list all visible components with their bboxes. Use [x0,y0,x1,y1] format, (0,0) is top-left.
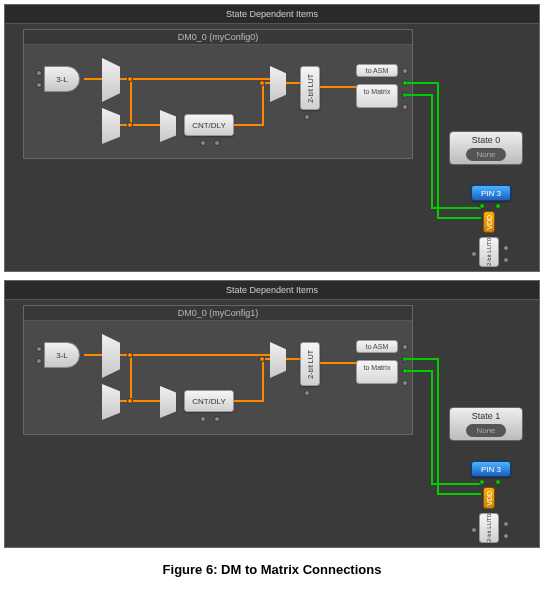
dm-box-0: DM0_0 (myConfig0) 3-L CNT/DLY [23,29,413,159]
mux1-2[interactable] [102,384,120,420]
state-block-0[interactable]: State 0 None [449,131,523,165]
mux1-1[interactable] [102,334,120,378]
state-value-0[interactable]: None [466,148,505,161]
gate-port-2[interactable] [36,82,42,88]
lut0-port-l[interactable] [471,251,477,257]
mux-1[interactable] [102,58,120,102]
lut01-port-r2[interactable] [503,533,509,539]
to-asm-label: to ASM [366,67,389,74]
to-matrix-btn[interactable]: to Matrix [356,84,398,108]
state-label-0: State 0 [453,135,519,145]
figure-container: State Dependent Items DM0_0 (myConfig0) … [0,0,544,591]
lut0-label-0: 2-bit LUT0 [486,238,492,266]
state-value-1[interactable]: None [466,424,505,437]
to-asm-btn[interactable]: to ASM [356,64,398,77]
figure-caption: Figure 6: DM to Matrix Connections [4,562,540,577]
cnt1-port-1[interactable] [200,416,206,422]
to-asm-label-1: to ASM [366,343,389,350]
cnt1-port-2[interactable] [214,416,220,422]
out-port-m3[interactable] [402,104,408,110]
gate-port-1[interactable] [36,70,42,76]
panel-0: State Dependent Items DM0_0 (myConfig0) … [4,4,540,272]
mux-2[interactable] [102,108,120,144]
lut0-port-r2[interactable] [503,257,509,263]
dm-label-1: DM0_0 (myConfig1) [24,306,412,321]
mux1-4[interactable] [270,342,286,378]
node-1 [127,76,133,82]
vdd-block-0[interactable]: VDD [483,211,495,233]
panel-header-0: State Dependent Items [5,5,539,24]
lut0-block-0[interactable]: 2-bit LUT0 [479,237,499,267]
out-port-asm[interactable] [402,68,408,74]
lut-label: 2-bit LUT [307,74,314,103]
state-block-1[interactable]: State 1 None [449,407,523,441]
gate1-port-1[interactable] [36,346,42,352]
panel-header-1: State Dependent Items [5,281,539,300]
cnt-port-2[interactable] [214,140,220,146]
dm-label-0: DM0_0 (myConfig0) [24,30,412,45]
cnt-dly-block[interactable]: CNT/DLY [184,114,234,136]
node1-3 [259,356,265,362]
out1-port-m3[interactable] [402,380,408,386]
pin-label-0: PIN 3 [481,189,501,198]
lut0-block-1[interactable]: 2-bit LUT0 [479,513,499,543]
gate-3l[interactable]: 3-L [44,66,80,92]
mux1-3[interactable] [160,386,176,418]
cnt-dly-label-1: CNT/DLY [192,397,226,406]
pin-label-1: PIN 3 [481,465,501,474]
cnt-port-1[interactable] [200,140,206,146]
gate-label-1: 3-L [56,351,68,360]
pin-port-2[interactable] [495,203,501,209]
vdd-label-1: VDD [486,491,493,506]
dm-box-1: DM0_0 (myConfig1) 3-L CNT/DLY [23,305,413,435]
lut-block-1[interactable]: 2-bit LUT [300,342,320,386]
vdd-block-1[interactable]: VDD [483,487,495,509]
lut01-port-l[interactable] [471,527,477,533]
lut0-port-r1[interactable] [503,245,509,251]
vdd-label-0: VDD [486,215,493,230]
lut0-label-1: 2-bit LUT0 [486,514,492,542]
pin1-port-2[interactable] [495,479,501,485]
mux-4[interactable] [270,66,286,102]
node1-2 [127,398,133,404]
gate1-port-2[interactable] [36,358,42,364]
node-2 [127,122,133,128]
cnt-dly-block-1[interactable]: CNT/DLY [184,390,234,412]
pin-block-1[interactable]: PIN 3 [471,461,511,477]
lut-port-b[interactable] [304,114,310,120]
out1-port-asm[interactable] [402,344,408,350]
lut-label-1: 2-bit LUT [307,350,314,379]
pin-port-1[interactable] [479,203,485,209]
lut1-port-b[interactable] [304,390,310,396]
gate-label: 3-L [56,75,68,84]
gate-3l-1[interactable]: 3-L [44,342,80,368]
pin-block-0[interactable]: PIN 3 [471,185,511,201]
to-matrix-label: to Matrix [364,88,391,95]
to-matrix-label-1: to Matrix [364,364,391,371]
to-asm-btn-1[interactable]: to ASM [356,340,398,353]
pin1-port-1[interactable] [479,479,485,485]
to-matrix-btn-1[interactable]: to Matrix [356,360,398,384]
lut-block[interactable]: 2-bit LUT [300,66,320,110]
node-3 [259,80,265,86]
panel-1: State Dependent Items DM0_0 (myConfig1) … [4,280,540,548]
cnt-dly-label: CNT/DLY [192,121,226,130]
node1-1 [127,352,133,358]
lut01-port-r1[interactable] [503,521,509,527]
mux-3[interactable] [160,110,176,142]
state-label-1: State 1 [453,411,519,421]
